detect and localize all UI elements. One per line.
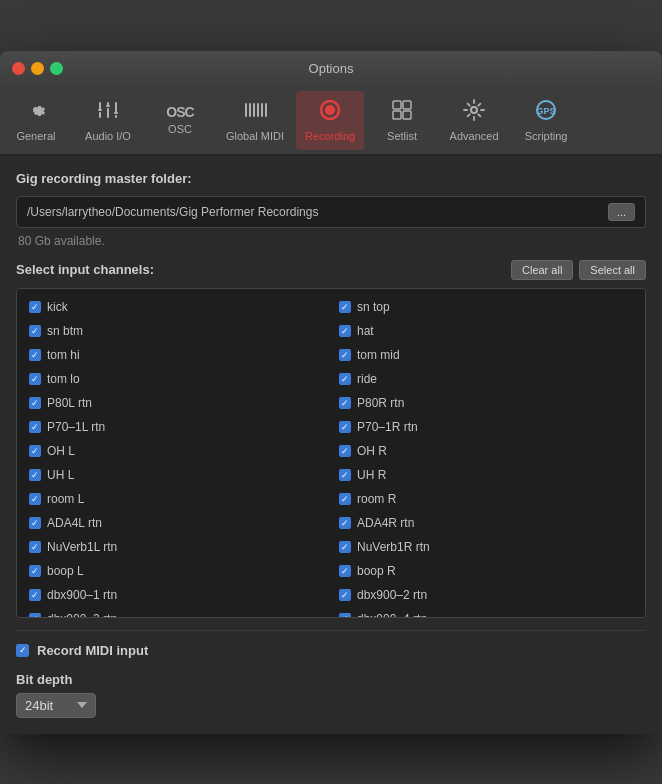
master-folder-label: Gig recording master folder: [16, 171, 646, 186]
channel-item[interactable]: ✓hat [331, 319, 641, 343]
channel-item[interactable]: ✓UH L [21, 463, 331, 487]
channel-name: ADA4L rtn [47, 516, 102, 530]
available-space: 80 Gb available. [16, 234, 646, 248]
channel-name: dbx900–1 rtn [47, 588, 117, 602]
channels-action-buttons: Clear all Select all [511, 260, 646, 280]
channel-item[interactable]: ✓boop L [21, 559, 331, 583]
svg-rect-6 [98, 109, 102, 111]
channel-checkbox: ✓ [339, 493, 351, 505]
tab-recording-label: Recording [305, 130, 355, 142]
channel-item[interactable]: ✓P80L rtn [21, 391, 331, 415]
channel-checkbox: ✓ [29, 541, 41, 553]
channel-item[interactable]: ✓dbx900–1 rtn [21, 583, 331, 607]
svg-rect-13 [261, 103, 263, 117]
channel-item[interactable]: ✓OH L [21, 439, 331, 463]
channel-item[interactable]: ✓room L [21, 487, 331, 511]
gear-icon [24, 98, 48, 126]
channel-checkbox: ✓ [339, 421, 351, 433]
midi-icon [243, 98, 267, 126]
channel-checkbox: ✓ [29, 325, 41, 337]
channel-name: ride [357, 372, 377, 386]
maximize-button[interactable] [50, 62, 63, 75]
channel-item[interactable]: ✓tom lo [21, 367, 331, 391]
titlebar: Options [0, 51, 662, 87]
tab-general[interactable]: General [2, 91, 70, 150]
channel-item[interactable]: ✓dbx900–3 rtn [21, 607, 331, 618]
bit-depth-section: Bit depth 16bit24bit32bit [16, 672, 646, 718]
channel-item[interactable]: ✓P70–1L rtn [21, 415, 331, 439]
channels-list[interactable]: ✓kick✓sn top✓sn btm✓hat✓tom hi✓tom mid✓t… [16, 288, 646, 618]
channel-item[interactable]: ✓boop R [331, 559, 641, 583]
clear-all-button[interactable]: Clear all [511, 260, 573, 280]
channel-name: OH R [357, 444, 387, 458]
channel-item[interactable]: ✓NuVerb1L rtn [21, 535, 331, 559]
channel-name: tom mid [357, 348, 400, 362]
content-area: Gig recording master folder: /Users/larr… [0, 155, 662, 734]
channel-item[interactable]: ✓NuVerb1R rtn [331, 535, 641, 559]
channel-name: P70–1L rtn [47, 420, 105, 434]
tab-setlist[interactable]: Setlist [368, 91, 436, 150]
svg-rect-19 [393, 111, 401, 119]
record-icon [318, 98, 342, 126]
channel-item[interactable]: ✓kick [21, 295, 331, 319]
channel-checkbox: ✓ [29, 469, 41, 481]
svg-rect-4 [115, 102, 117, 113]
tab-global-midi-label: Global MIDI [226, 130, 284, 142]
channel-item[interactable]: ✓tom mid [331, 343, 641, 367]
select-all-button[interactable]: Select all [579, 260, 646, 280]
tab-advanced[interactable]: Advanced [440, 91, 508, 150]
tab-global-midi[interactable]: Global MIDI [218, 91, 292, 150]
channel-checkbox: ✓ [339, 445, 351, 457]
channel-item[interactable]: ✓ADA4L rtn [21, 511, 331, 535]
svg-rect-5 [115, 115, 117, 118]
tab-scripting[interactable]: GPS Scripting [512, 91, 580, 150]
channel-item[interactable]: ✓sn top [331, 295, 641, 319]
browse-folder-button[interactable]: ... [608, 203, 635, 221]
midi-input-row[interactable]: ✓ Record MIDI input [16, 643, 646, 658]
channel-checkbox: ✓ [29, 349, 41, 361]
setlist-icon [390, 98, 414, 126]
window-controls [12, 62, 63, 75]
tab-audio-io[interactable]: Audio I/O [74, 91, 142, 150]
svg-rect-12 [257, 103, 259, 117]
channel-item[interactable]: ✓room R [331, 487, 641, 511]
channel-item[interactable]: ✓P70–1R rtn [331, 415, 641, 439]
tab-setlist-label: Setlist [387, 130, 417, 142]
channel-checkbox: ✓ [29, 613, 41, 618]
channel-item[interactable]: ✓sn btm [21, 319, 331, 343]
channel-item[interactable]: ✓tom hi [21, 343, 331, 367]
channel-checkbox: ✓ [339, 301, 351, 313]
channel-name: dbx900–3 rtn [47, 612, 117, 618]
tab-osc-label: OSC [168, 123, 192, 135]
svg-text:GPS: GPS [537, 106, 556, 116]
channel-item[interactable]: ✓OH R [331, 439, 641, 463]
sliders-icon [96, 98, 120, 126]
svg-rect-14 [265, 103, 267, 117]
channel-name: sn btm [47, 324, 83, 338]
channel-item[interactable]: ✓dbx900–4 rtn [331, 607, 641, 618]
scripting-icon: GPS [534, 98, 558, 126]
channel-checkbox: ✓ [29, 445, 41, 457]
channel-name: tom lo [47, 372, 80, 386]
close-button[interactable] [12, 62, 25, 75]
channel-name: tom hi [47, 348, 80, 362]
osc-icon: OSC [166, 105, 193, 119]
tab-scripting-label: Scripting [525, 130, 568, 142]
folder-path: /Users/larrytheo/Documents/Gig Performer… [27, 205, 318, 219]
channel-name: boop R [357, 564, 396, 578]
tab-recording[interactable]: Recording [296, 91, 364, 150]
channel-item[interactable]: ✓ADA4R rtn [331, 511, 641, 535]
tab-osc[interactable]: OSC OSC [146, 91, 214, 150]
bit-depth-select[interactable]: 16bit24bit32bit [16, 693, 96, 718]
channel-item[interactable]: ✓P80R rtn [331, 391, 641, 415]
channel-name: P80R rtn [357, 396, 404, 410]
channel-checkbox: ✓ [29, 373, 41, 385]
channel-name: ADA4R rtn [357, 516, 414, 530]
channel-checkbox: ✓ [29, 589, 41, 601]
minimize-button[interactable] [31, 62, 44, 75]
channel-name: boop L [47, 564, 84, 578]
tab-audio-io-label: Audio I/O [85, 130, 131, 142]
channel-item[interactable]: ✓ride [331, 367, 641, 391]
channel-item[interactable]: ✓dbx900–2 rtn [331, 583, 641, 607]
channel-item[interactable]: ✓UH R [331, 463, 641, 487]
